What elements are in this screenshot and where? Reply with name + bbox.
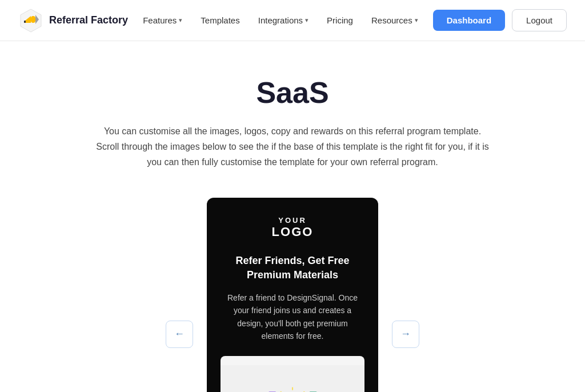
card-illustration-area: </> <box>221 356 364 392</box>
navbar: Referral Factory Features ▾ Templates In… <box>0 0 585 41</box>
template-card: YOUR LOGO Refer Friends, Get Free Premiu… <box>207 198 378 392</box>
brand-logo-link[interactable]: Referral Factory <box>18 8 128 33</box>
brand-logo-icon <box>18 8 43 33</box>
dashboard-button[interactable]: Dashboard <box>433 10 505 31</box>
nav-integrations-label: Integrations <box>258 15 303 25</box>
chevron-down-icon: ▾ <box>179 17 182 24</box>
card-logo-line1: YOUR <box>272 216 314 225</box>
carousel-next-button[interactable]: → <box>392 321 419 348</box>
main-nav: Features ▾ Templates Integrations ▾ Pric… <box>136 11 425 30</box>
carousel-section: ← YOUR LOGO Refer Friends, Get Free Prem… <box>18 198 567 392</box>
chevron-down-icon: ▾ <box>305 17 308 24</box>
carousel-prev-button[interactable]: ← <box>166 321 193 348</box>
card-logo-placeholder: YOUR LOGO <box>272 216 314 240</box>
logout-button[interactable]: Logout <box>512 9 567 31</box>
page-description: You can customise all the images, logos,… <box>93 123 492 170</box>
card-body-text: Refer a friend to DesignSignal. Once you… <box>221 291 364 343</box>
nav-features-label: Features <box>143 15 177 25</box>
nav-integrations[interactable]: Integrations ▾ <box>251 11 315 30</box>
card-logo-line2: LOGO <box>272 225 314 239</box>
chevron-down-icon: ▾ <box>415 17 418 24</box>
nav-features[interactable]: Features ▾ <box>136 11 189 30</box>
nav-pricing-label: Pricing <box>327 15 353 25</box>
svg-rect-2 <box>31 16 35 23</box>
nav-resources[interactable]: Resources ▾ <box>364 11 425 30</box>
page-title: SaaS <box>18 75 567 110</box>
card-illustration: </> <box>221 356 364 392</box>
nav-resources-label: Resources <box>371 15 412 25</box>
nav-templates-label: Templates <box>201 15 239 25</box>
nav-pricing[interactable]: Pricing <box>320 11 360 30</box>
card-headline: Refer Friends, Get Free Premium Material… <box>221 254 364 282</box>
brand-name: Referral Factory <box>49 14 128 26</box>
main-content: SaaS You can customise all the images, l… <box>0 41 585 392</box>
navbar-actions: Dashboard Logout <box>433 9 567 31</box>
nav-templates[interactable]: Templates <box>194 11 246 30</box>
svg-rect-3 <box>24 21 26 23</box>
